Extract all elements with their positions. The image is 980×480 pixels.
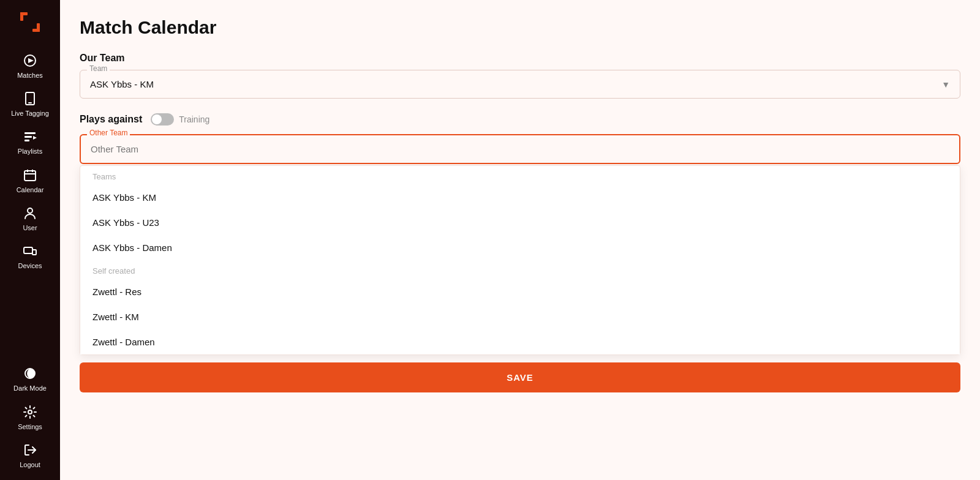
sidebar-item-playlists-label: Playlists — [18, 148, 42, 156]
sidebar-item-playlists[interactable]: Playlists — [0, 124, 60, 162]
save-button[interactable]: SAVE — [80, 362, 960, 392]
team-field-wrapper: Team ASK Ybbs - KM ▼ — [80, 70, 960, 99]
svg-rect-18 — [32, 250, 36, 255]
sidebar-item-devices-label: Devices — [18, 262, 42, 270]
toggle-knob — [152, 114, 162, 124]
live-tagging-icon — [24, 92, 36, 107]
sidebar-item-logout[interactable]: Logout — [0, 437, 60, 475]
svg-marker-11 — [33, 136, 37, 140]
main-content: Match Calendar Our Team Team ASK Ybbs - … — [60, 0, 980, 480]
sidebar-item-user-label: User — [23, 224, 37, 232]
sidebar-item-matches-label: Matches — [17, 72, 43, 80]
dropdown-team-km[interactable]: ASK Ybbs - KM — [80, 185, 960, 210]
sidebar-item-dark-mode[interactable]: Dark Mode — [0, 361, 60, 399]
svg-rect-9 — [24, 136, 32, 138]
svg-point-16 — [28, 208, 32, 213]
dropdown-zwettl-km[interactable]: Zwettl - KM — [80, 304, 960, 329]
svg-marker-5 — [28, 58, 34, 63]
sidebar-item-settings[interactable]: Settings — [0, 399, 60, 437]
training-toggle[interactable] — [151, 113, 174, 126]
chevron-down-icon: ▼ — [941, 80, 950, 89]
sidebar: Matches Live Tagging Playlists Calendar … — [0, 0, 60, 480]
svg-rect-12 — [24, 171, 36, 181]
sidebar-item-logout-label: Logout — [20, 461, 40, 469]
dropdown-zwettl-res[interactable]: Zwettl - Res — [80, 279, 960, 304]
other-team-wrapper: Other Team — [80, 134, 960, 164]
other-team-input[interactable] — [80, 134, 960, 164]
plays-against-row: Plays against Training — [80, 113, 960, 126]
logout-icon — [23, 443, 37, 459]
user-icon — [23, 206, 37, 222]
sidebar-item-calendar[interactable]: Calendar — [0, 162, 60, 200]
sidebar-item-dark-mode-label: Dark Mode — [13, 384, 47, 392]
svg-rect-17 — [24, 247, 32, 253]
svg-rect-3 — [37, 23, 40, 32]
sidebar-item-live-tagging-label: Live Tagging — [11, 110, 49, 118]
svg-rect-1 — [20, 12, 23, 21]
settings-icon — [23, 405, 37, 421]
self-created-section-label: Self created — [80, 260, 960, 279]
sidebar-item-settings-label: Settings — [18, 423, 42, 431]
team-dropdown-list: Teams ASK Ybbs - KM ASK Ybbs - U23 ASK Y… — [80, 165, 960, 355]
team-select[interactable]: ASK Ybbs - KM ▼ — [80, 70, 960, 99]
teams-section-label: Teams — [80, 166, 960, 185]
sidebar-item-user[interactable]: User — [0, 200, 60, 238]
plays-against-label: Plays against — [80, 114, 142, 125]
svg-rect-7 — [28, 102, 32, 103]
svg-point-19 — [28, 410, 32, 414]
calendar-icon — [23, 168, 37, 184]
dark-mode-icon — [23, 367, 37, 382]
matches-icon — [23, 54, 37, 69]
save-bar: SAVE — [80, 355, 960, 402]
svg-rect-8 — [24, 132, 36, 134]
page-title: Match Calendar — [80, 17, 960, 38]
training-toggle-wrapper: Training — [151, 113, 209, 126]
sidebar-item-calendar-label: Calendar — [17, 186, 44, 194]
sidebar-item-matches[interactable]: Matches — [0, 48, 60, 86]
dropdown-zwettl-damen[interactable]: Zwettl - Damen — [80, 329, 960, 354]
app-logo — [15, 7, 45, 37]
sidebar-item-devices[interactable]: Devices — [0, 238, 60, 276]
other-team-field-label: Other Team — [87, 129, 130, 137]
svg-rect-10 — [24, 140, 29, 141]
dropdown-team-damen[interactable]: ASK Ybbs - Damen — [80, 235, 960, 260]
team-select-value: ASK Ybbs - KM — [90, 79, 154, 89]
sidebar-item-live-tagging[interactable]: Live Tagging — [0, 86, 60, 124]
our-team-section-title: Our Team — [80, 53, 960, 64]
playlists-icon — [23, 130, 37, 145]
devices-icon — [23, 244, 37, 260]
training-label: Training — [179, 114, 209, 124]
team-field-label: Team — [87, 64, 110, 73]
dropdown-team-u23[interactable]: ASK Ybbs - U23 — [80, 210, 960, 235]
